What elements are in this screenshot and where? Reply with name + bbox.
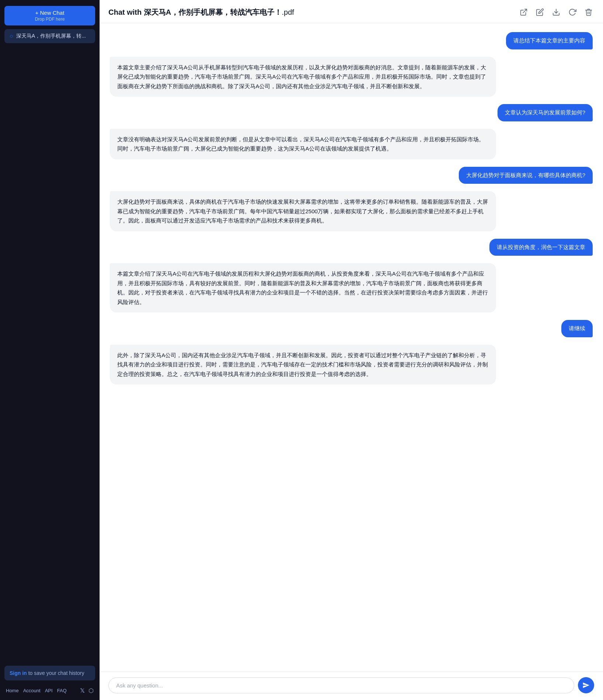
ai-message: 大屏化趋势对于面板商来说，具体的商机在于汽车电子市场的快速发展和大屏幕需求的增加… [110, 191, 496, 231]
send-button[interactable] [578, 677, 594, 693]
header-actions [518, 7, 594, 18]
footer-link-account[interactable]: Account [23, 688, 41, 693]
user-message: 大屏化趋势对于面板商来说，有哪些具体的商机? [459, 167, 593, 184]
sidebar-spacer [4, 47, 95, 662]
user-message: 文章认为深天马的发展前景如何? [498, 104, 593, 121]
ai-message: 本篇文章主要介绍了深天马A公司从手机屏幕转型到汽车电子领域的发展历程，以及大屏化… [110, 57, 496, 97]
chat-item-icon: ○ [10, 33, 13, 39]
edit-button[interactable] [534, 7, 545, 18]
footer-link-home[interactable]: Home [6, 688, 19, 693]
chat-item-label: 深天马A，作别手机屏幕，转... [16, 33, 86, 39]
chat-messages: 请总结下本篇文章的主要内容本篇文章主要介绍了深天马A公司从手机屏幕转型到汽车电子… [100, 23, 603, 672]
sign-in-link[interactable]: Sign in [10, 670, 27, 676]
sign-in-text: to save your chat history [28, 670, 84, 676]
user-message: 请继续 [561, 320, 593, 337]
chat-title-text: Chat with 深天马A，作别手机屏幕，转战汽车电子！ [108, 8, 282, 16]
sidebar-chat-item[interactable]: ○ 深天马A，作别手机屏幕，转... [4, 29, 95, 43]
ai-message: 本篇文章介绍了深天马A公司在汽车电子领域的发展历程和大屏化趋势对面板商的商机，从… [110, 263, 496, 313]
discord-icon[interactable]: ⬡ [89, 687, 94, 694]
ai-message: 文章没有明确表达对深天马A公司发展前景的判断，但是从文章中可以看出，深天马A公司… [110, 129, 496, 159]
pdf-ext: .pdf [282, 8, 294, 16]
refresh-button[interactable] [567, 7, 578, 18]
footer-social-icons: 𝕏 ⬡ [80, 687, 94, 694]
chat-title: Chat with 深天马A，作别手机屏幕，转战汽车电子！.pdf [108, 7, 294, 17]
delete-button[interactable] [583, 7, 594, 18]
sidebar: + New Chat Drop PDF here ○ 深天马A，作别手机屏幕，转… [0, 0, 100, 700]
footer-link-api[interactable]: API [45, 688, 53, 693]
svg-line-0 [523, 9, 527, 13]
sign-in-bar: Sign in to save your chat history [4, 666, 95, 680]
chat-input[interactable] [108, 677, 574, 693]
share-button[interactable] [518, 7, 529, 18]
download-button[interactable] [551, 7, 562, 18]
footer-links: Home Account API FAQ [6, 688, 67, 693]
main-panel: Chat with 深天马A，作别手机屏幕，转战汽车电子！.pdf 请总结下本篇… [100, 0, 603, 700]
drop-pdf-label: Drop PDF here [35, 17, 65, 22]
user-message: 请从投资的角度，润色一下这篇文章 [489, 239, 593, 256]
chat-input-area [100, 672, 603, 700]
new-chat-label: + New Chat [35, 10, 65, 16]
sidebar-footer: Home Account API FAQ 𝕏 ⬡ [4, 684, 95, 694]
user-message: 请总结下本篇文章的主要内容 [506, 32, 593, 49]
new-chat-button[interactable]: + New Chat Drop PDF here [4, 6, 95, 25]
twitter-icon[interactable]: 𝕏 [80, 687, 85, 694]
ai-message: 此外，除了深天马A公司，国内还有其他企业涉足汽车电子领域，并且不断创新和发展。因… [110, 345, 496, 385]
chat-header: Chat with 深天马A，作别手机屏幕，转战汽车电子！.pdf [100, 0, 603, 23]
footer-link-faq[interactable]: FAQ [57, 688, 67, 693]
